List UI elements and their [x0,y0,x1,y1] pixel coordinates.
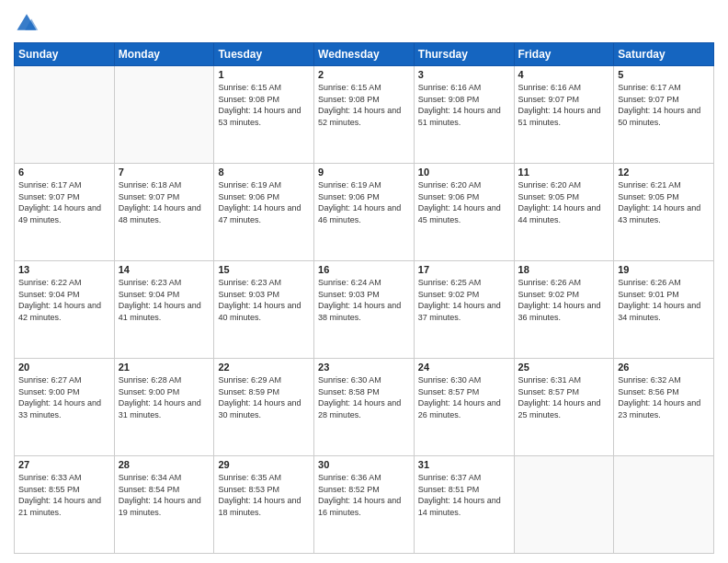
cell-info: Sunrise: 6:29 AMSunset: 8:59 PMDaylight:… [218,374,310,420]
calendar-header-thursday: Thursday [414,43,514,66]
day-number: 31 [418,459,510,470]
cell-info: Sunrise: 6:18 AMSunset: 9:07 PMDaylight:… [119,179,210,225]
calendar-cell: 28Sunrise: 6:34 AMSunset: 8:54 PMDayligh… [114,456,214,554]
cell-info: Sunrise: 6:20 AMSunset: 9:05 PMDaylight:… [518,179,610,225]
cell-info: Sunrise: 6:23 AMSunset: 9:04 PMDaylight:… [119,277,210,323]
calendar-cell: 9Sunrise: 6:19 AMSunset: 9:06 PMDaylight… [314,164,415,261]
calendar-week-1: 6Sunrise: 6:17 AMSunset: 9:07 PMDaylight… [15,164,714,261]
cell-info: Sunrise: 6:21 AMSunset: 9:05 PMDaylight:… [618,179,710,225]
calendar-cell: 11Sunrise: 6:20 AMSunset: 9:05 PMDayligh… [514,164,614,261]
day-number: 16 [318,264,410,275]
day-number: 8 [218,167,310,178]
calendar-cell: 13Sunrise: 6:22 AMSunset: 9:04 PMDayligh… [15,261,115,359]
calendar-cell: 30Sunrise: 6:36 AMSunset: 8:52 PMDayligh… [314,456,415,554]
logo [14,9,43,35]
calendar-cell: 14Sunrise: 6:23 AMSunset: 9:04 PMDayligh… [114,261,214,359]
cell-info: Sunrise: 6:16 AMSunset: 9:07 PMDaylight:… [518,82,610,128]
day-number: 19 [618,264,710,275]
day-number: 10 [418,167,510,178]
cell-info: Sunrise: 6:31 AMSunset: 8:57 PMDaylight:… [518,374,610,420]
day-number: 2 [318,69,410,80]
day-number: 17 [418,264,510,275]
calendar-cell [614,456,714,554]
calendar-header-saturday: Saturday [614,43,714,66]
calendar-cell [114,66,214,164]
calendar-header-monday: Monday [114,43,214,66]
day-number: 12 [618,167,710,178]
header [14,9,714,35]
cell-info: Sunrise: 6:25 AMSunset: 9:02 PMDaylight:… [418,277,510,323]
calendar-cell: 20Sunrise: 6:27 AMSunset: 9:00 PMDayligh… [15,359,115,456]
day-number: 6 [18,167,110,178]
calendar-cell: 27Sunrise: 6:33 AMSunset: 8:55 PMDayligh… [15,456,115,554]
cell-info: Sunrise: 6:35 AMSunset: 8:53 PMDaylight:… [218,472,310,518]
calendar-week-3: 20Sunrise: 6:27 AMSunset: 9:00 PMDayligh… [15,359,714,456]
cell-info: Sunrise: 6:37 AMSunset: 8:51 PMDaylight:… [418,472,510,518]
day-number: 7 [119,167,210,178]
day-number: 27 [18,459,110,470]
cell-info: Sunrise: 6:15 AMSunset: 9:08 PMDaylight:… [318,82,410,128]
calendar-cell: 12Sunrise: 6:21 AMSunset: 9:05 PMDayligh… [614,164,714,261]
calendar-cell: 26Sunrise: 6:32 AMSunset: 8:56 PMDayligh… [614,359,714,456]
cell-info: Sunrise: 6:26 AMSunset: 9:02 PMDaylight:… [518,277,610,323]
day-number: 20 [18,362,110,373]
cell-info: Sunrise: 6:30 AMSunset: 8:57 PMDaylight:… [418,374,510,420]
calendar-header-friday: Friday [514,43,614,66]
cell-info: Sunrise: 6:30 AMSunset: 8:58 PMDaylight:… [318,374,410,420]
calendar-cell: 4Sunrise: 6:16 AMSunset: 9:07 PMDaylight… [514,66,614,164]
calendar-header-sunday: Sunday [15,43,115,66]
day-number: 23 [318,362,410,373]
day-number: 14 [119,264,210,275]
cell-info: Sunrise: 6:20 AMSunset: 9:06 PMDaylight:… [418,179,510,225]
day-number: 9 [318,167,410,178]
calendar-cell [15,66,115,164]
calendar-cell: 10Sunrise: 6:20 AMSunset: 9:06 PMDayligh… [414,164,514,261]
day-number: 4 [518,69,610,80]
cell-info: Sunrise: 6:27 AMSunset: 9:00 PMDaylight:… [18,374,110,420]
calendar-week-0: 1Sunrise: 6:15 AMSunset: 9:08 PMDaylight… [15,66,714,164]
cell-info: Sunrise: 6:24 AMSunset: 9:03 PMDaylight:… [318,277,410,323]
calendar-table: SundayMondayTuesdayWednesdayThursdayFrid… [14,42,714,554]
day-number: 30 [318,459,410,470]
day-number: 15 [218,264,310,275]
day-number: 1 [218,69,310,80]
cell-info: Sunrise: 6:15 AMSunset: 9:08 PMDaylight:… [218,82,310,128]
calendar-week-2: 13Sunrise: 6:22 AMSunset: 9:04 PMDayligh… [15,261,714,359]
day-number: 3 [418,69,510,80]
calendar-cell: 6Sunrise: 6:17 AMSunset: 9:07 PMDaylight… [15,164,115,261]
calendar-header-row: SundayMondayTuesdayWednesdayThursdayFrid… [15,43,714,66]
day-number: 25 [518,362,610,373]
calendar-cell: 21Sunrise: 6:28 AMSunset: 9:00 PMDayligh… [114,359,214,456]
calendar-cell: 8Sunrise: 6:19 AMSunset: 9:06 PMDaylight… [214,164,314,261]
calendar-cell: 23Sunrise: 6:30 AMSunset: 8:58 PMDayligh… [314,359,415,456]
calendar-cell: 3Sunrise: 6:16 AMSunset: 9:08 PMDaylight… [414,66,514,164]
cell-info: Sunrise: 6:23 AMSunset: 9:03 PMDaylight:… [218,277,310,323]
calendar-cell: 22Sunrise: 6:29 AMSunset: 8:59 PMDayligh… [214,359,314,456]
day-number: 21 [119,362,210,373]
calendar-cell: 17Sunrise: 6:25 AMSunset: 9:02 PMDayligh… [414,261,514,359]
calendar-cell: 19Sunrise: 6:26 AMSunset: 9:01 PMDayligh… [614,261,714,359]
calendar-header-wednesday: Wednesday [314,43,415,66]
day-number: 24 [418,362,510,373]
day-number: 29 [218,459,310,470]
cell-info: Sunrise: 6:17 AMSunset: 9:07 PMDaylight:… [618,82,710,128]
day-number: 5 [618,69,710,80]
cell-info: Sunrise: 6:34 AMSunset: 8:54 PMDaylight:… [119,472,210,518]
cell-info: Sunrise: 6:36 AMSunset: 8:52 PMDaylight:… [318,472,410,518]
calendar-cell: 2Sunrise: 6:15 AMSunset: 9:08 PMDaylight… [314,66,415,164]
calendar-cell: 16Sunrise: 6:24 AMSunset: 9:03 PMDayligh… [314,261,415,359]
calendar-cell: 15Sunrise: 6:23 AMSunset: 9:03 PMDayligh… [214,261,314,359]
logo-icon [14,9,40,35]
calendar-cell: 31Sunrise: 6:37 AMSunset: 8:51 PMDayligh… [414,456,514,554]
calendar-cell: 24Sunrise: 6:30 AMSunset: 8:57 PMDayligh… [414,359,514,456]
day-number: 26 [618,362,710,373]
cell-info: Sunrise: 6:26 AMSunset: 9:01 PMDaylight:… [618,277,710,323]
cell-info: Sunrise: 6:33 AMSunset: 8:55 PMDaylight:… [18,472,110,518]
calendar-week-4: 27Sunrise: 6:33 AMSunset: 8:55 PMDayligh… [15,456,714,554]
calendar-cell: 5Sunrise: 6:17 AMSunset: 9:07 PMDaylight… [614,66,714,164]
calendar-cell: 1Sunrise: 6:15 AMSunset: 9:08 PMDaylight… [214,66,314,164]
day-number: 11 [518,167,610,178]
calendar-cell: 29Sunrise: 6:35 AMSunset: 8:53 PMDayligh… [214,456,314,554]
cell-info: Sunrise: 6:32 AMSunset: 8:56 PMDaylight:… [618,374,710,420]
cell-info: Sunrise: 6:28 AMSunset: 9:00 PMDaylight:… [119,374,210,420]
